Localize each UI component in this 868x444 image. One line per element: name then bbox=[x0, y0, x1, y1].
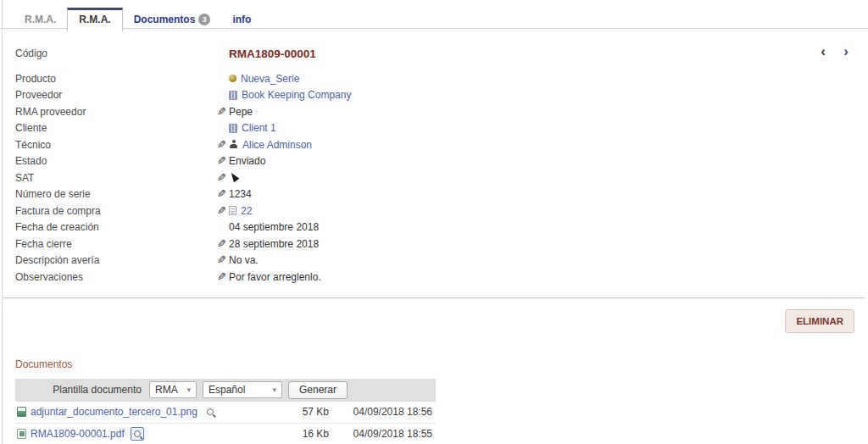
rma-form: ‹ › Código RMA1809-00001 Producto Nueva_… bbox=[0, 29, 868, 286]
chevron-down-icon: ▾ bbox=[186, 386, 191, 394]
field-value-numero-serie: 1234 bbox=[229, 188, 252, 200]
field-label-observaciones: Observaciones bbox=[15, 271, 217, 283]
field-label-cliente: Cliente bbox=[15, 122, 217, 134]
documents-count-badge: 3 bbox=[198, 14, 210, 25]
edit-icon[interactable]: ✎ bbox=[217, 156, 226, 166]
edit-icon[interactable]: ✎ bbox=[217, 189, 226, 199]
field-value-tecnico[interactable]: Alice Adminson bbox=[242, 139, 312, 151]
document-date: 04/09/2018 18:56 bbox=[332, 406, 432, 418]
document-link[interactable]: RMA1809-00001.pdf bbox=[31, 428, 125, 440]
field-label-rma-proveedor: RMA proveedor bbox=[15, 106, 217, 118]
rma-detail-page: R.M.A.R.M.A.Documentos3info ‹ › Código R… bbox=[0, 0, 868, 444]
tab-info[interactable]: info bbox=[221, 8, 262, 31]
edit-icon[interactable]: ✎ bbox=[217, 239, 226, 249]
edit-icon[interactable]: ✎ bbox=[217, 107, 226, 117]
chevron-down-icon: ▾ bbox=[272, 386, 276, 394]
record-pager: ‹ › bbox=[813, 46, 856, 58]
document-date: 04/09/2018 18:55 bbox=[332, 428, 432, 440]
field-label-tecnico: Técnico bbox=[15, 139, 217, 151]
magnifier-icon bbox=[207, 408, 214, 415]
field-label-fecha-creacion: Fecha de creación bbox=[15, 221, 217, 233]
field-value-rma-proveedor: Pepe bbox=[229, 106, 253, 118]
field-value-cliente[interactable]: Client 1 bbox=[242, 122, 276, 134]
magnifier-icon bbox=[134, 430, 141, 437]
tab-rma-list[interactable]: R.M.A. bbox=[14, 8, 67, 31]
product-icon bbox=[229, 75, 236, 82]
field-label-estado: Estado bbox=[15, 155, 217, 167]
field-label-proveedor: Proveedor bbox=[15, 89, 217, 101]
field-label-descripcion: Descripción avería bbox=[15, 254, 217, 266]
image-file-icon bbox=[17, 407, 26, 417]
field-label-factura: Factura de compra bbox=[15, 205, 217, 217]
preview-button-active[interactable] bbox=[131, 427, 144, 441]
edit-icon[interactable]: ✎ bbox=[217, 173, 226, 183]
field-label-producto: Producto bbox=[15, 73, 217, 85]
pdf-file-icon bbox=[17, 429, 26, 439]
language-select-value: Español bbox=[209, 384, 245, 396]
field-label-codigo: Código bbox=[15, 47, 217, 59]
field-value-producto[interactable]: Nueva_Serie bbox=[241, 73, 299, 85]
field-label-fecha-cierre: Fecha cierre bbox=[15, 238, 217, 250]
template-label: Plantilla documento bbox=[53, 384, 142, 396]
field-value-proveedor[interactable]: Book Keeping Company bbox=[242, 89, 351, 101]
cursor-pointer-icon bbox=[229, 171, 240, 183]
delete-button[interactable]: ELIMINAR bbox=[785, 309, 854, 333]
document-row: RMA1809-00001.pdf 16 Kb 04/09/2018 18:55 bbox=[15, 424, 436, 444]
document-row: adjuntar_documento_tercero_01.png 57 Kb … bbox=[15, 402, 436, 424]
documents-toolbar: Plantilla documento RMA ▾ Español ▾ Gene… bbox=[15, 379, 436, 402]
document-size: 57 Kb bbox=[252, 406, 332, 418]
preview-button[interactable] bbox=[203, 405, 217, 419]
field-value-fecha-creacion: 04 septiembre 2018 bbox=[229, 221, 319, 233]
field-value-fecha-cierre: 28 septiembre 2018 bbox=[229, 238, 319, 250]
edit-icon[interactable]: ✎ bbox=[217, 140, 226, 150]
tab-documentos[interactable]: Documentos3 bbox=[123, 8, 222, 31]
document-link[interactable]: adjuntar_documento_tercero_01.png bbox=[31, 406, 198, 418]
field-value-factura[interactable]: 22 bbox=[241, 205, 252, 217]
edit-icon[interactable]: ✎ bbox=[217, 272, 226, 282]
field-value-observaciones: Por favor arreglenlo. bbox=[229, 271, 321, 283]
generate-button[interactable]: Generar bbox=[288, 381, 348, 399]
user-icon bbox=[229, 140, 238, 149]
documents-section: Documentos Plantilla documento RMA ▾ Esp… bbox=[15, 358, 436, 444]
field-value-estado: Enviado bbox=[229, 155, 265, 167]
tab-bar: R.M.A.R.M.A.Documentos3info bbox=[0, 0, 868, 29]
document-size: 16 Kb bbox=[252, 428, 332, 440]
form-actions: ELIMINAR bbox=[0, 299, 868, 333]
company-icon bbox=[229, 124, 237, 133]
field-value-descripcion: No va. bbox=[229, 254, 259, 266]
invoice-icon bbox=[229, 206, 236, 215]
tab-documentos-label: Documentos bbox=[134, 14, 196, 25]
edit-icon[interactable]: ✎ bbox=[217, 206, 226, 216]
field-label-sat: SAT bbox=[15, 172, 217, 184]
company-icon bbox=[229, 91, 237, 100]
field-value-codigo: RMA1809-00001 bbox=[229, 47, 316, 60]
next-record-icon[interactable]: › bbox=[836, 46, 856, 58]
field-label-numero-serie: Número de serie bbox=[15, 188, 217, 200]
template-select-value: RMA bbox=[155, 384, 178, 396]
documents-section-title: Documentos bbox=[15, 358, 436, 370]
template-select[interactable]: RMA ▾ bbox=[149, 381, 197, 398]
edit-icon[interactable]: ✎ bbox=[217, 255, 226, 265]
language-select[interactable]: Español ▾ bbox=[203, 381, 282, 398]
prev-record-icon[interactable]: ‹ bbox=[813, 46, 833, 58]
